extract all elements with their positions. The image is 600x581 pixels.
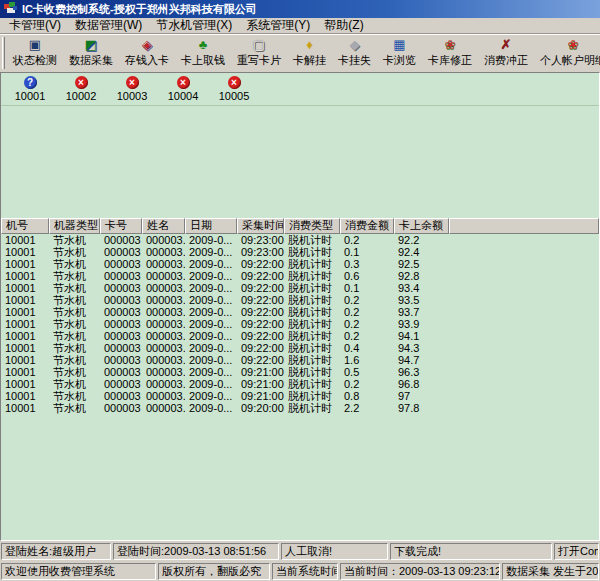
machine-indicator[interactable]: 10003 (113, 76, 151, 102)
table-row[interactable]: 10001 节水机 000003 000003... 2009-0... 09:… (1, 318, 599, 330)
table-row[interactable]: 10001 节水机 000003 000003... 2009-0... 09:… (1, 246, 599, 258)
table-cell: 节水机 (49, 306, 100, 318)
table-row[interactable]: 10001 节水机 000003 000003... 2009-0... 09:… (1, 282, 599, 294)
table-cell: 000003 (100, 342, 142, 354)
toolbar-button-label: 个人帐户明细 (540, 53, 600, 68)
table-cell: 000003 (100, 366, 142, 378)
table-cell: 2009-0... (185, 330, 237, 342)
table-cell: 脱机计时 (284, 402, 340, 414)
table-header-cell[interactable]: 消费金额 (340, 218, 394, 234)
table-header-cell[interactable]: 姓名 (142, 218, 185, 234)
toolbar-button[interactable]: 状态检测 (8, 36, 62, 70)
machine-indicator[interactable]: 10001 (11, 76, 49, 102)
table-cell: 92.8 (394, 270, 449, 282)
table-cell: 000003... (142, 282, 185, 294)
toolbar-grip[interactable] (2, 37, 5, 69)
menu-item[interactable]: 卡管理(V) (2, 16, 68, 35)
toolbar-button[interactable]: 数据采集 (64, 36, 118, 70)
table-row[interactable]: 10001 节水机 000003 000003... 2009-0... 09:… (1, 354, 599, 366)
table-cell: 0.2 (340, 330, 394, 342)
table-header-cell[interactable]: 日期 (185, 218, 237, 234)
status-panel: 登陆姓名:超级用户 (1, 543, 111, 560)
status-panel: 下载完成! (390, 543, 552, 560)
table-cell: 000003... (142, 354, 185, 366)
table-cell: 0.2 (340, 306, 394, 318)
table-cell: 脱机计时 (284, 330, 340, 342)
table-row[interactable]: 10001 节水机 000003 000003... 2009-0... 09:… (1, 366, 599, 378)
toolbar-button[interactable]: 卡浏览 (378, 36, 421, 70)
toolbar-button[interactable]: 存钱入卡 (120, 36, 174, 70)
table-cell: 000003 (100, 246, 142, 258)
table-header-cell[interactable]: 采集时间 (237, 218, 284, 234)
machine-indicator[interactable]: 10002 (62, 76, 100, 102)
menu-item[interactable]: 系统管理(Y) (239, 16, 317, 35)
table-cell: 000003 (100, 318, 142, 330)
toolbar-button[interactable]: 卡上取钱 (176, 36, 230, 70)
table-row[interactable]: 10001 节水机 000003 000003... 2009-0... 09:… (1, 294, 599, 306)
table-cell: 000003... (142, 306, 185, 318)
table-header-cell[interactable]: 卡上余额 (394, 218, 449, 234)
table-cell: 2009-0... (185, 282, 237, 294)
table-cell: 96.8 (394, 378, 449, 390)
table-body: 10001 节水机 000003 000003... 2009-0... 09:… (1, 234, 599, 414)
table-cell: 000003 (100, 378, 142, 390)
toolbar-button-icon (346, 37, 362, 53)
menu-item[interactable]: 帮助(Z) (317, 16, 370, 35)
table-row[interactable]: 10001 节水机 000003 000003... 2009-0... 09:… (1, 330, 599, 342)
table-cell: 000003 (100, 306, 142, 318)
table-cell: 节水机 (49, 378, 100, 390)
table-row[interactable]: 10001 节水机 000003 000003... 2009-0... 09:… (1, 306, 599, 318)
machine-indicator[interactable]: 10005 (215, 76, 253, 102)
table-cell: 96.3 (394, 366, 449, 378)
status-panel: 登陆时间:2009-03-13 08:51:56 (113, 543, 279, 560)
table-cell: 脱机计时 (284, 390, 340, 402)
table-cell: 97.8 (394, 402, 449, 414)
toolbar-button[interactable]: 卡解挂 (288, 36, 331, 70)
table-cell: 000003... (142, 330, 185, 342)
status-panel: 欢迎使用收费管理系统 (1, 563, 156, 580)
table-cell: 09:22:00 (237, 282, 284, 294)
table-cell: 93.9 (394, 318, 449, 330)
table-row[interactable]: 10001 节水机 000003 000003... 2009-0... 09:… (1, 270, 599, 282)
menu-item[interactable]: 节水机管理(X) (149, 16, 239, 35)
table-row[interactable]: 10001 节水机 000003 000003... 2009-0... 09:… (1, 402, 599, 414)
table-row[interactable]: 10001 节水机 000003 000003... 2009-0... 09:… (1, 378, 599, 390)
machine-id: 10004 (168, 90, 199, 102)
toolbar-button[interactable]: 个人帐户明细 (535, 36, 600, 70)
table-cell: 10001 (1, 282, 49, 294)
table-cell: 2009-0... (185, 402, 237, 414)
table-cell: 000003 (100, 402, 142, 414)
table-cell: 2009-0... (185, 378, 237, 390)
table-header-cell[interactable]: 机号 (1, 218, 49, 234)
table-cell: 2009-0... (185, 354, 237, 366)
toolbar-buttons: 状态检测 数据采集 存钱入卡 卡上取钱 重写卡片 卡解挂 卡挂失 (8, 36, 600, 70)
machine-status-icon (75, 76, 88, 89)
table-header-cell[interactable] (449, 218, 599, 234)
table-cell: 脱机计时 (284, 306, 340, 318)
table-row[interactable]: 10001 节水机 000003 000003... 2009-0... 09:… (1, 342, 599, 354)
table-row[interactable]: 10001 节水机 000003 000003... 2009-0... 09:… (1, 258, 599, 270)
table-cell: 1.6 (340, 354, 394, 366)
toolbar-button-label: 卡上取钱 (181, 53, 225, 68)
table-row[interactable]: 10001 节水机 000003 000003... 2009-0... 09:… (1, 234, 599, 246)
table-cell: 10001 (1, 318, 49, 330)
table-cell: 10001 (1, 294, 49, 306)
toolbar-button[interactable]: 卡挂失 (333, 36, 376, 70)
table-header-cell[interactable]: 机器类型 (49, 218, 100, 234)
table-row[interactable]: 10001 节水机 000003 000003... 2009-0... 09:… (1, 390, 599, 402)
menu-item[interactable]: 数据管理(W) (68, 16, 149, 35)
table-header-cell[interactable]: 卡号 (100, 218, 142, 234)
toolbar-button[interactable]: 重写卡片 (232, 36, 286, 70)
table-cell: 92.2 (394, 234, 449, 246)
toolbar-button[interactable]: 卡库修正 (423, 36, 477, 70)
table-cell: 节水机 (49, 294, 100, 306)
toolbar-button-icon (195, 37, 211, 53)
table-cell: 脱机计时 (284, 246, 340, 258)
machine-indicator[interactable]: 10004 (164, 76, 202, 102)
table-cell: 09:21:00 (237, 366, 284, 378)
table-cell: 脱机计时 (284, 294, 340, 306)
table-cell: 节水机 (49, 282, 100, 294)
toolbar-button[interactable]: 消费冲正 (479, 36, 533, 70)
table-cell: 0.8 (340, 390, 394, 402)
table-header-cell[interactable]: 消费类型 (284, 218, 340, 234)
